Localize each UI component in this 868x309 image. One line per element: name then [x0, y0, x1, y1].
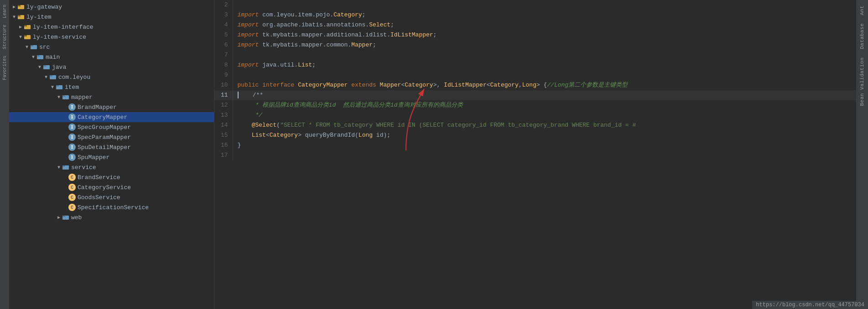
- line-code[interactable]: }: [233, 140, 856, 150]
- tree-item-label: main: [46, 54, 60, 61]
- line-number: 6: [214, 40, 233, 50]
- tree-item-label: SpecParamMapper: [78, 134, 131, 141]
- class-icon: C: [68, 184, 76, 191]
- svg-rect-21: [62, 165, 65, 167]
- folder-icon: [24, 33, 31, 41]
- status-bar: https://blog.csdn.net/qq_44757034: [752, 301, 868, 309]
- right-tab-database[interactable]: Database: [858, 20, 867, 53]
- arrow-open[interactable]: [11, 15, 17, 20]
- line-number: 7: [214, 50, 233, 60]
- tree-item-BrandMapper[interactable]: IBrandMapper: [9, 102, 214, 112]
- code-line: 11 /**: [214, 90, 856, 100]
- tree-item-CategoryService[interactable]: CCategoryService: [9, 182, 214, 192]
- interface-icon: I: [68, 154, 76, 161]
- line-code[interactable]: [233, 70, 856, 80]
- tree-item-SpecParamMapper[interactable]: ISpecParamMapper: [9, 132, 214, 142]
- tree-item-label: BrandMapper: [78, 104, 117, 111]
- folder-icon: [36, 53, 44, 61]
- line-number: 4: [214, 20, 233, 30]
- tree-item-label: mapper: [71, 94, 93, 101]
- tree-item-item[interactable]: item: [9, 82, 214, 92]
- arrow-open[interactable]: [49, 85, 56, 90]
- tree-item-mapper[interactable]: mapper: [9, 92, 214, 102]
- right-tab-ant[interactable]: Ant: [858, 2, 867, 19]
- left-tab-favorites[interactable]: Favorites: [1, 53, 9, 83]
- tree-item-SpuMapper[interactable]: ISpuMapper: [9, 152, 214, 162]
- arrow-open[interactable]: [30, 55, 36, 60]
- code-panel-wrapper: 2 3import com.leyou.item.pojo.Category;4…: [214, 0, 856, 309]
- line-code[interactable]: List<Category> queryByBrandId(Long id);: [233, 130, 856, 140]
- line-number: 15: [214, 130, 233, 140]
- line-code[interactable]: import org.apache.ibatis.annotations.Sel…: [233, 20, 856, 30]
- line-code[interactable]: public interface CategoryMapper extends …: [233, 80, 856, 90]
- svg-rect-17: [56, 85, 59, 87]
- tree-item-web[interactable]: web: [9, 212, 214, 222]
- code-panel[interactable]: 2 3import com.leyou.item.pojo.Category;4…: [214, 0, 856, 309]
- tree-item-label: CategoryMapper: [78, 114, 127, 121]
- tree-item-com.leyou[interactable]: com.leyou: [9, 72, 214, 82]
- arrow-closed[interactable]: [17, 24, 24, 30]
- tree-item-label: CategoryService: [78, 184, 131, 191]
- line-number: 12: [214, 100, 233, 110]
- line-code[interactable]: [233, 50, 856, 60]
- tree-item-java[interactable]: java: [9, 62, 214, 72]
- line-code[interactable]: * 根据品牌id查询商品分类id 然后通过商品分类id查询对应所有的商品分类: [233, 100, 856, 110]
- tree-item-ly-item-service[interactable]: ly-item-service: [9, 32, 214, 42]
- tree-item-main[interactable]: main: [9, 52, 214, 62]
- line-number: 3: [214, 10, 233, 20]
- right-tab-bean-validation[interactable]: Bean Validation: [858, 54, 867, 110]
- line-number: 11: [214, 90, 233, 100]
- tree-item-service[interactable]: service: [9, 162, 214, 172]
- status-url: https://blog.csdn.net/qq_44757034: [756, 302, 864, 308]
- tree-item-SpecGroupMapper[interactable]: ISpecGroupMapper: [9, 122, 214, 132]
- line-code[interactable]: [233, 150, 856, 160]
- arrow-closed[interactable]: [56, 215, 62, 220]
- arrow-open[interactable]: [56, 165, 62, 170]
- line-code[interactable]: */: [233, 110, 856, 120]
- arrow-open[interactable]: [24, 45, 30, 50]
- tree-item-ly-item[interactable]: ly-item: [9, 12, 214, 22]
- code-line: 8import java.util.List;: [214, 60, 856, 70]
- tree-item-label: SpuDetailMapper: [78, 144, 131, 151]
- folder-icon: [62, 93, 69, 101]
- tree-item-BrandService[interactable]: CBrandService: [9, 172, 214, 182]
- folder-icon: [17, 13, 25, 21]
- line-code[interactable]: import tk.mybatis.mapper.additional.idli…: [233, 30, 856, 40]
- svg-rect-9: [31, 45, 33, 46]
- tree-item-src[interactable]: src: [9, 42, 214, 52]
- tree-item-GoodsService[interactable]: CGoodsService: [9, 192, 214, 202]
- line-number: 5: [214, 30, 233, 40]
- tree-item-CategoryMapper[interactable]: ICategoryMapper: [9, 112, 214, 122]
- arrow-open[interactable]: [43, 75, 49, 80]
- line-code[interactable]: import com.leyou.item.pojo.Category;: [233, 10, 856, 20]
- left-tab-structure[interactable]: Structure: [1, 22, 9, 52]
- interface-icon: I: [68, 124, 76, 131]
- tree-item-label: ly-item: [26, 14, 52, 21]
- arrow-open[interactable]: [56, 95, 62, 100]
- line-code[interactable]: @Select("SELECT * FROM tb_category WHERE…: [233, 120, 856, 130]
- line-number: 16: [214, 140, 233, 150]
- folder-icon: [56, 83, 63, 91]
- arrow-open[interactable]: [17, 35, 24, 40]
- interface-icon: I: [68, 113, 76, 121]
- tree-item-label: ly-item-interface: [33, 24, 94, 31]
- class-icon: C: [68, 174, 76, 181]
- code-line: 12 * 根据品牌id查询商品分类id 然后通过商品分类id查询对应所有的商品分…: [214, 100, 856, 110]
- tree-item-SpecificationService[interactable]: CSpecificationService: [9, 202, 214, 212]
- line-number: 2: [214, 0, 233, 10]
- left-tab-learn[interactable]: Learn: [1, 2, 9, 21]
- arrow-closed[interactable]: [11, 4, 17, 10]
- tree-item-ly-gateway[interactable]: ly-gateway: [9, 2, 214, 12]
- folder-icon: [49, 73, 57, 81]
- tree-item-ly-item-interface[interactable]: ly-item-interface: [9, 22, 214, 32]
- tree-item-label: com.leyou: [58, 74, 90, 81]
- tree-item-label: SpuMapper: [78, 154, 109, 161]
- line-code[interactable]: [233, 0, 856, 10]
- arrow-open[interactable]: [36, 65, 43, 70]
- tree-item-SpuDetailMapper[interactable]: ISpuDetailMapper: [9, 142, 214, 152]
- line-code[interactable]: /**: [233, 90, 856, 100]
- line-code[interactable]: import tk.mybatis.mapper.common.Mapper;: [233, 40, 856, 50]
- code-line: 15 List<Category> queryByBrandId(Long id…: [214, 130, 856, 140]
- right-vertical-tabs: Ant Database Bean Validation: [856, 0, 868, 309]
- line-code[interactable]: import java.util.List;: [233, 60, 856, 70]
